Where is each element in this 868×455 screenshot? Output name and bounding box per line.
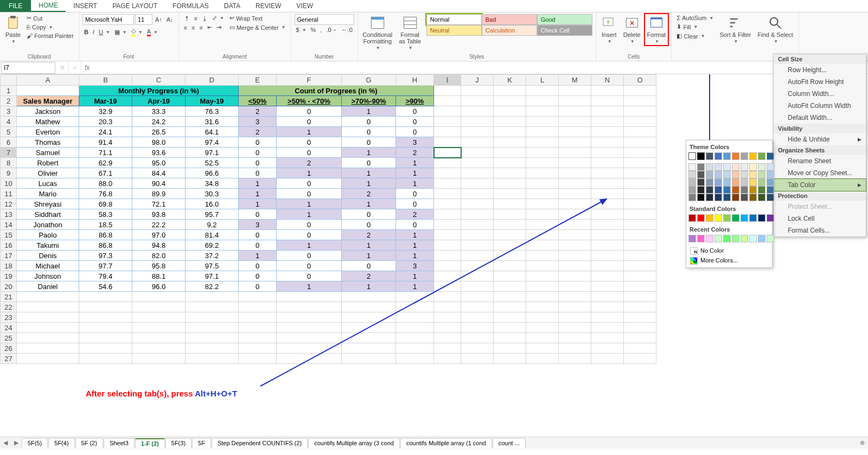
- color-swatch[interactable]: [714, 163, 722, 171]
- color-swatch[interactable]: [697, 186, 705, 194]
- align-right-icon[interactable]: ≡: [197, 23, 204, 31]
- color-swatch[interactable]: [723, 163, 731, 171]
- orientation-icon[interactable]: ⤢▼: [210, 14, 226, 22]
- color-swatch[interactable]: [741, 163, 748, 171]
- format-painter-button[interactable]: 🖌 Format Painter: [25, 32, 75, 40]
- style-good[interactable]: Good: [537, 14, 592, 25]
- color-swatch[interactable]: [749, 171, 757, 178]
- color-swatch[interactable]: [697, 171, 705, 178]
- color-swatch[interactable]: [758, 152, 765, 160]
- color-swatch[interactable]: [706, 171, 713, 178]
- sheet-tab[interactable]: 5F(5): [22, 438, 48, 448]
- align-middle-icon[interactable]: ≡: [193, 14, 199, 22]
- style-calculation[interactable]: Calculation: [482, 25, 537, 36]
- color-swatch[interactable]: [758, 171, 765, 178]
- color-swatch[interactable]: [741, 194, 748, 201]
- color-swatch[interactable]: [706, 186, 713, 194]
- sort-filter-button[interactable]: Sort & Filter▼: [717, 14, 753, 45]
- align-bottom-icon[interactable]: ⭳: [200, 14, 209, 22]
- row-header-25[interactable]: 25: [1, 333, 17, 343]
- color-swatch[interactable]: [723, 178, 731, 186]
- bold-button[interactable]: B: [82, 28, 90, 36]
- color-swatch[interactable]: [749, 152, 757, 160]
- comma-button[interactable]: ,: [318, 26, 323, 34]
- col-header-F[interactable]: F: [277, 75, 342, 86]
- decrease-indent-icon[interactable]: ⇤: [206, 23, 214, 31]
- font-size-select[interactable]: [135, 14, 152, 25]
- style-normal[interactable]: Normal: [426, 14, 482, 25]
- style-bad[interactable]: Bad: [482, 14, 537, 25]
- color-swatch[interactable]: [697, 214, 705, 222]
- menu-lock-cell[interactable]: Lock Cell: [774, 213, 866, 225]
- style-check-cell[interactable]: Check Cell: [537, 25, 592, 36]
- color-swatch[interactable]: [697, 178, 705, 186]
- format-cells-button[interactable]: Format▼: [645, 14, 668, 45]
- row-header-7[interactable]: 7: [1, 148, 17, 158]
- menu-default-width[interactable]: Default Width...: [774, 112, 866, 124]
- color-swatch[interactable]: [714, 152, 722, 160]
- formulas-tab[interactable]: FORMULAS: [165, 0, 216, 12]
- border-button[interactable]: ▦▼: [113, 28, 129, 36]
- color-swatch[interactable]: [714, 214, 722, 222]
- color-swatch[interactable]: [741, 214, 748, 222]
- color-swatch[interactable]: [741, 178, 748, 186]
- number-format-select[interactable]: [295, 14, 354, 25]
- color-swatch[interactable]: [767, 186, 774, 194]
- color-swatch[interactable]: [714, 178, 722, 186]
- sheet-tab[interactable]: countifs Multiple array (1 cond: [400, 438, 492, 448]
- sheet-tab[interactable]: Step Dependent COUNTIFS (2): [212, 438, 308, 448]
- conditional-formatting-button[interactable]: Conditional Formatting▼: [361, 14, 394, 52]
- col-header-K[interactable]: K: [494, 75, 526, 86]
- align-center-icon[interactable]: ≡: [190, 23, 196, 31]
- color-swatch[interactable]: [767, 163, 774, 171]
- enter-formula-icon[interactable]: ✓: [69, 61, 81, 74]
- color-swatch[interactable]: [706, 178, 713, 186]
- row-header-20[interactable]: 20: [1, 281, 17, 292]
- sheet-tab[interactable]: 5F: [192, 438, 211, 448]
- merge-center-button[interactable]: ▭ Merge & Center ▼: [228, 23, 288, 31]
- sheet-tab[interactable]: 5F (2): [75, 438, 103, 448]
- color-swatch[interactable]: [706, 152, 713, 160]
- increase-font-icon[interactable]: A↑: [154, 14, 164, 25]
- sheet-tab[interactable]: 1-F (2): [135, 438, 165, 448]
- color-swatch[interactable]: [749, 186, 757, 194]
- col-header-D[interactable]: D: [186, 75, 239, 86]
- color-swatch[interactable]: [767, 171, 774, 178]
- data-tab[interactable]: DATA: [216, 0, 248, 12]
- color-swatch[interactable]: [749, 214, 757, 222]
- row-header-24[interactable]: 24: [1, 323, 17, 333]
- menu-rename-sheet[interactable]: Rename Sheet: [774, 155, 866, 167]
- align-top-icon[interactable]: ⭱: [182, 14, 192, 22]
- color-swatch[interactable]: [741, 171, 748, 178]
- color-swatch[interactable]: [749, 163, 757, 171]
- col-header-H[interactable]: H: [396, 75, 434, 86]
- color-swatch[interactable]: [688, 171, 696, 178]
- menu-row-height[interactable]: Row Height...: [774, 64, 866, 76]
- style-neutral[interactable]: Neutral: [426, 25, 482, 36]
- color-swatch[interactable]: [758, 214, 765, 222]
- row-header-9[interactable]: 9: [1, 168, 17, 178]
- sheet-tab[interactable]: Sheet3: [104, 438, 135, 448]
- row-header-12[interactable]: 12: [1, 199, 17, 209]
- row-header-21[interactable]: 21: [1, 292, 17, 302]
- col-header-E[interactable]: E: [239, 75, 277, 86]
- color-swatch[interactable]: [706, 194, 713, 201]
- tab-nav-next[interactable]: ▶: [11, 439, 22, 446]
- menu-autofit-row[interactable]: AutoFit Row Height: [774, 76, 866, 88]
- align-left-icon[interactable]: ≡: [182, 23, 189, 31]
- color-swatch[interactable]: [688, 194, 696, 201]
- color-swatch[interactable]: [723, 214, 731, 222]
- menu-format-cells[interactable]: Format Cells...: [774, 225, 866, 236]
- row-header-11[interactable]: 11: [1, 189, 17, 199]
- color-swatch[interactable]: [732, 214, 739, 222]
- font-family-select[interactable]: [82, 14, 134, 25]
- color-swatch[interactable]: [749, 178, 757, 186]
- color-swatch[interactable]: [758, 178, 765, 186]
- sheet-tab[interactable]: 5F(4): [48, 438, 74, 448]
- find-select-button[interactable]: Find & Select▼: [755, 14, 795, 45]
- underline-button[interactable]: U▼: [97, 28, 112, 36]
- color-swatch[interactable]: [688, 235, 696, 242]
- row-header-19[interactable]: 19: [1, 271, 17, 281]
- row-header-17[interactable]: 17: [1, 251, 17, 261]
- color-swatch[interactable]: [688, 152, 696, 160]
